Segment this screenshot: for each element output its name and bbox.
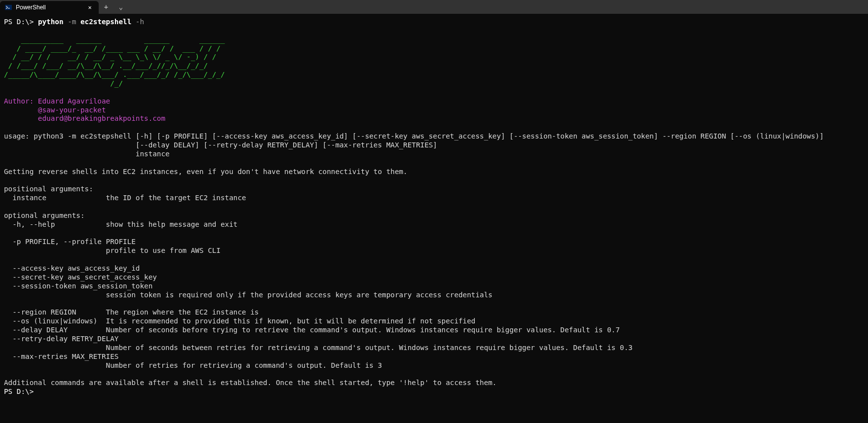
tab-title: PowerShell: [16, 4, 82, 11]
opt-access-key: --access-key aws_access_key_id: [4, 264, 140, 272]
cmd-python: python: [38, 18, 64, 26]
prompt-path: D:\>: [17, 18, 38, 26]
ascii-art-line: / /___/ /___/ __/\__/\__/ .__/___/_//_/\…: [4, 62, 208, 70]
tab-controls: + ⌄: [99, 0, 128, 14]
opt-help: -h, --help show this help message and ex…: [4, 220, 237, 228]
positional-header: positional arguments:: [4, 185, 93, 193]
usage-line: instance: [4, 150, 170, 158]
opt-retry-delay: --retry-delay RETRY_DELAY: [4, 335, 118, 343]
opt-profile-desc: profile to use from AWS CLI: [4, 247, 221, 254]
prompt-path: D:\>: [17, 388, 34, 395]
ascii-art-line: /_/: [4, 79, 123, 87]
author-line: Author: Eduard Agavriloae: [4, 97, 110, 105]
cmd-flag-m: -m: [64, 18, 76, 26]
titlebar: PowerShell ✕ + ⌄: [0, 0, 868, 14]
additional-info: Additional commands are available after …: [4, 379, 496, 387]
usage-line: [--delay DELAY] [--retry-delay RETRY_DEL…: [4, 141, 437, 149]
opt-max-desc: Number of retries for retrieving a comma…: [4, 361, 382, 369]
positional-instance: instance the ID of the target EC2 instan…: [4, 194, 246, 202]
author-handle: @saw-your-packet: [4, 106, 106, 114]
usage-line: usage: python3 -m ec2stepshell [-h] [-p …: [4, 132, 824, 140]
ascii-art-line: __________ ______ ______ ______: [4, 35, 225, 43]
opt-retry-desc: Number of seconds between retries for re…: [4, 344, 633, 352]
ascii-art-line: /_____/\____/____/\__/\___/ .___/___/_/ …: [4, 70, 225, 78]
opt-delay: --delay DELAY Number of seconds before t…: [4, 326, 620, 334]
prompt-ps: PS: [4, 18, 17, 26]
ascii-art-line: / ____/ ____/_ __/ /____ ___ / __/ / ___…: [4, 44, 221, 52]
terminal-output[interactable]: PS D:\> python -m ec2stepshell -h ______…: [0, 14, 868, 400]
optional-header: optional arguments:: [4, 212, 85, 219]
cmd-module: ec2stepshell: [76, 18, 131, 26]
prompt-ps: PS: [4, 388, 17, 395]
opt-session-token: --session-token aws_session_token: [4, 282, 152, 290]
powershell-icon: [5, 4, 12, 11]
opt-session-desc: session token is required only if the pr…: [4, 291, 492, 299]
author-email: eduard@breakingbreakpoints.com: [4, 114, 165, 122]
opt-region: --region REGION The region where the EC2…: [4, 308, 259, 316]
tab-powershell[interactable]: PowerShell ✕: [0, 1, 99, 14]
tab-dropdown-button[interactable]: ⌄: [113, 0, 128, 14]
opt-secret-key: --secret-key aws_secret_access_key: [4, 273, 157, 281]
new-tab-button[interactable]: +: [99, 0, 113, 14]
svg-rect-0: [5, 5, 12, 10]
close-tab-button[interactable]: ✕: [86, 3, 94, 11]
ascii-art-line: / __/ / / __/ / __/ _ \__ \_\ \/ _ \/ -_…: [4, 53, 216, 61]
cmd-flag-h: -h: [131, 18, 144, 26]
description: Getting reverse shells into EC2 instance…: [4, 168, 408, 176]
opt-os: --os (linux|windows) It is recommended t…: [4, 317, 475, 325]
opt-max-retries: --max-retries MAX_RETRIES: [4, 352, 118, 360]
opt-profile: -p PROFILE, --profile PROFILE: [4, 238, 136, 246]
